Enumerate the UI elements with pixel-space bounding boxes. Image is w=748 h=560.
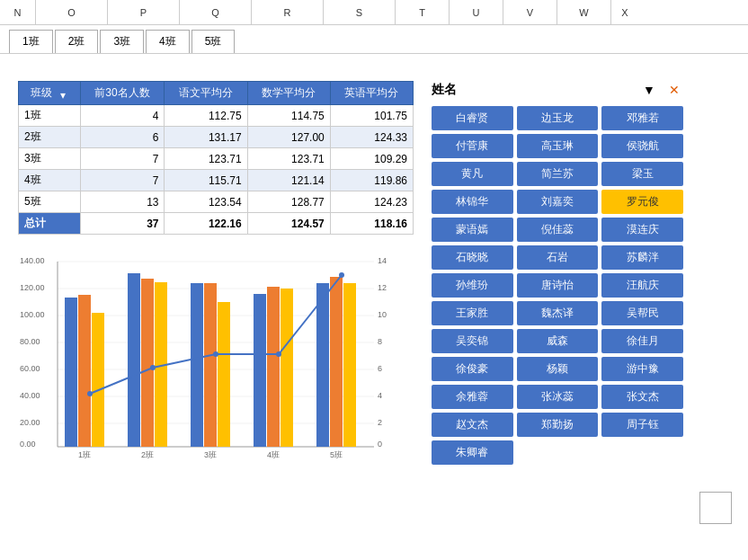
table-cell-3-0: 4班 [19, 170, 81, 191]
chart-svg: 140.00 120.00 100.00 80.00 60.00 40.00 2… [18, 249, 396, 465]
svg-text:10: 10 [378, 310, 387, 319]
table-cell-0-3: 114.75 [247, 105, 330, 127]
name-tag-27[interactable]: 徐俊豪 [432, 357, 513, 381]
main-area: 班级 ▾ 前30名人数 语文平均分 数学平均分 英语平均分 1班4112.751… [0, 72, 748, 474]
bar-4-english [280, 289, 293, 447]
name-tag-34[interactable]: 郑勤扬 [517, 413, 599, 437]
svg-text:2: 2 [378, 418, 382, 427]
tab-3ban[interactable]: 3班 [100, 30, 144, 53]
total-cell-3: 124.57 [247, 213, 330, 235]
table-cell-4-4: 124.23 [330, 191, 413, 213]
name-tag-19[interactable]: 唐诗怡 [517, 273, 599, 298]
name-tag-28[interactable]: 杨颖 [517, 357, 599, 381]
th-count: 前30名人数 [80, 82, 165, 105]
dot-2 [150, 365, 156, 370]
bar-3-math [204, 283, 217, 447]
name-tag-29[interactable]: 游中豫 [601, 357, 683, 381]
name-tag-3[interactable]: 付菅康 [432, 134, 513, 158]
xlabel-2: 2班 [141, 450, 154, 459]
svg-text:120.00: 120.00 [20, 283, 45, 292]
svg-text:6: 6 [378, 364, 382, 373]
name-tag-2[interactable]: 邓雅若 [601, 106, 683, 130]
table-cell-0-4: 101.75 [330, 105, 413, 127]
name-tag-32[interactable]: 张文杰 [601, 385, 683, 409]
column-headers: N O P Q R S T U V W X [0, 0, 748, 25]
name-tag-36[interactable]: 朱卿睿 [432, 440, 513, 465]
tab-4ban[interactable]: 4班 [146, 30, 190, 53]
table-cell-1-3: 127.00 [247, 127, 330, 148]
svg-text:8: 8 [378, 337, 382, 346]
table-cell-3-1: 7 [80, 170, 165, 191]
dot-5 [339, 272, 344, 278]
name-tag-31[interactable]: 张冰蕊 [517, 385, 599, 409]
th-chinese: 语文平均分 [165, 82, 247, 105]
name-tag-15[interactable]: 石晓晓 [432, 245, 513, 270]
table-cell-4-0: 5班 [19, 191, 81, 213]
name-header: 姓名 ▼ ✕ [432, 81, 683, 99]
bar-1-english [92, 313, 104, 447]
name-tag-30[interactable]: 余雅蓉 [432, 385, 513, 409]
name-tag-0[interactable]: 白睿贤 [432, 106, 513, 130]
name-tag-8[interactable]: 梁玉 [601, 162, 683, 186]
name-tag-1[interactable]: 边玉龙 [517, 106, 599, 130]
name-tag-20[interactable]: 汪航庆 [601, 273, 683, 298]
col-q: Q [180, 0, 252, 24]
table-cell-1-1: 6 [80, 127, 165, 148]
sort-icon[interactable]: ▾ [58, 89, 67, 98]
name-tag-24[interactable]: 吴奕锦 [432, 329, 513, 353]
name-tag-35[interactable]: 周子钰 [601, 413, 683, 437]
dot-4 [276, 351, 281, 357]
name-tag-14[interactable]: 漠连庆 [601, 218, 683, 242]
svg-text:0: 0 [378, 440, 382, 449]
table-row: 3班7123.71123.71109.29 [19, 148, 414, 170]
name-tag-5[interactable]: 侯骁航 [601, 134, 683, 158]
col-w: W [557, 0, 611, 24]
tab-5ban[interactable]: 5班 [191, 30, 236, 53]
svg-text:4: 4 [378, 391, 382, 400]
name-tag-7[interactable]: 简兰苏 [517, 162, 599, 186]
col-t: T [396, 0, 450, 24]
table-total-row: 总计37122.16124.57118.16 [19, 213, 414, 235]
table-row: 1班4112.75114.75101.75 [19, 105, 414, 127]
names-title: 姓名 [432, 82, 633, 98]
xlabel-5: 5班 [330, 450, 343, 459]
table-cell-2-0: 3班 [19, 148, 81, 170]
tab-2ban[interactable]: 2班 [55, 30, 99, 53]
bar-5-chinese [316, 283, 329, 447]
bar-3-chinese [191, 283, 203, 447]
table-cell-4-3: 128.77 [247, 191, 330, 213]
name-tag-26[interactable]: 徐佳月 [601, 329, 683, 353]
name-tag-18[interactable]: 孙维玢 [432, 273, 513, 298]
name-tag-23[interactable]: 吴帮民 [601, 301, 683, 325]
bar-5-english [343, 283, 356, 447]
table-cell-2-2: 123.71 [165, 148, 247, 170]
col-x[interactable]: X [611, 0, 638, 24]
table-cell-3-4: 119.86 [330, 170, 413, 191]
name-tag-16[interactable]: 石岩 [517, 245, 599, 270]
left-section: 班级 ▾ 前30名人数 语文平均分 数学平均分 英语平均分 1班4112.751… [18, 81, 414, 465]
th-english: 英语平均分 [330, 82, 413, 105]
svg-text:40.00: 40.00 [20, 391, 40, 400]
name-tag-10[interactable]: 刘嘉奕 [517, 190, 599, 214]
bar-2-math [141, 279, 154, 447]
table-cell-1-0: 2班 [19, 127, 81, 148]
name-tag-25[interactable]: 威森 [517, 329, 599, 353]
name-tag-9[interactable]: 林锦华 [432, 190, 513, 214]
table-row: 4班7115.71121.14119.86 [19, 170, 414, 191]
name-tag-6[interactable]: 黄凡 [432, 162, 513, 186]
table-cell-4-1: 13 [80, 191, 165, 213]
tab-1ban[interactable]: 1班 [9, 30, 53, 53]
svg-text:12: 12 [378, 283, 387, 292]
table-cell-0-1: 4 [80, 105, 165, 127]
name-tag-4[interactable]: 高玉琳 [517, 134, 599, 158]
filter-dropdown-icon[interactable]: ▼ [640, 81, 658, 99]
name-tag-11[interactable]: 罗元俊 [601, 190, 683, 214]
name-tag-13[interactable]: 倪佳蕊 [517, 218, 599, 242]
name-tag-21[interactable]: 王家胜 [432, 301, 513, 325]
filter-clear-icon[interactable]: ✕ [665, 81, 683, 99]
name-tag-12[interactable]: 蒙语嫣 [432, 218, 513, 242]
th-math: 数学平均分 [247, 82, 330, 105]
name-tag-33[interactable]: 赵文杰 [432, 413, 513, 437]
name-tag-22[interactable]: 魏杰译 [517, 301, 599, 325]
name-tag-17[interactable]: 苏麟泮 [601, 245, 683, 270]
